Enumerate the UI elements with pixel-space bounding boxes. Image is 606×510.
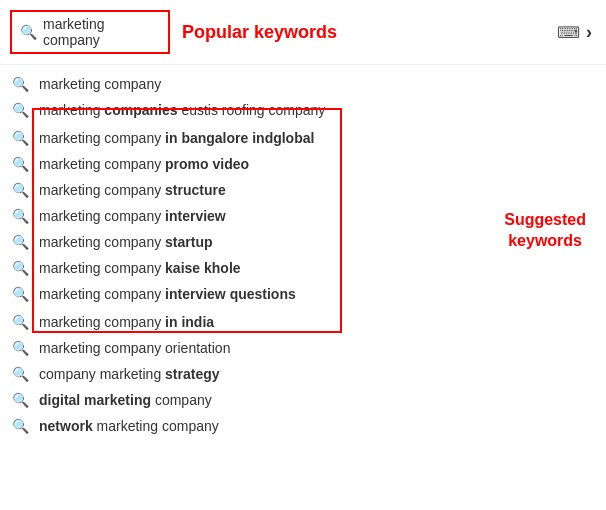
search-icon: 🔍 — [12, 366, 29, 382]
list-item[interactable]: 🔍 marketing company in bangalore indglob… — [0, 123, 606, 151]
list-item[interactable]: 🔍 marketing company in india — [0, 309, 606, 335]
suggested-keywords-label: Suggested keywords — [504, 210, 586, 252]
list-item[interactable]: 🔍 marketing company interview questions — [0, 281, 606, 309]
search-icon: 🔍 — [12, 340, 29, 356]
list-item[interactable]: 🔍 network marketing company — [0, 413, 606, 439]
search-icon: 🔍 — [12, 260, 29, 276]
search-icon: 🔍 — [12, 156, 29, 172]
header-icons: ⌨ › — [557, 22, 592, 43]
search-icon: 🔍 — [12, 208, 29, 224]
list-item[interactable]: 🔍 marketing company — [0, 71, 606, 97]
list-item[interactable]: 🔍 marketing company promo video — [0, 151, 606, 177]
search-icon: 🔍 — [12, 182, 29, 198]
search-icon-header: 🔍 — [20, 24, 37, 40]
list-item[interactable]: 🔍 marketing company orientation — [0, 335, 606, 361]
search-box[interactable]: 🔍 marketing company — [10, 10, 170, 54]
suggestion-text: marketing company startup — [39, 234, 213, 250]
popular-keywords-title: Popular keywords — [182, 22, 545, 43]
suggestion-text: marketing company kaise khole — [39, 260, 241, 276]
suggestions-container: 🔍 marketing company 🔍 marketing companie… — [0, 65, 606, 445]
suggestion-text: marketing company — [39, 76, 161, 92]
search-icon: 🔍 — [12, 392, 29, 408]
suggestion-text: network marketing company — [39, 418, 219, 434]
list-item[interactable]: 🔍 marketing companies eustis roofing com… — [0, 97, 606, 123]
search-icon: 🔍 — [12, 76, 29, 92]
search-icon: 🔍 — [12, 234, 29, 250]
suggestion-text: marketing company interview — [39, 208, 226, 224]
search-icon: 🔍 — [12, 102, 29, 118]
suggestion-text: company marketing strategy — [39, 366, 220, 382]
suggestion-text: marketing companies eustis roofing compa… — [39, 102, 325, 118]
suggestion-text: marketing company promo video — [39, 156, 249, 172]
header: 🔍 marketing company Popular keywords ⌨ › — [0, 0, 606, 65]
suggestion-text: digital marketing company — [39, 392, 212, 408]
suggestion-text: marketing company structure — [39, 182, 226, 198]
suggestion-text: marketing company in india — [39, 314, 214, 330]
list-item[interactable]: 🔍 marketing company kaise khole — [0, 255, 606, 281]
keyboard-icon[interactable]: ⌨ — [557, 23, 580, 42]
chevron-right-icon[interactable]: › — [586, 22, 592, 43]
search-icon: 🔍 — [12, 314, 29, 330]
suggestion-text: marketing company in bangalore indglobal — [39, 130, 314, 146]
search-icon: 🔍 — [12, 130, 29, 146]
list-item[interactable]: 🔍 digital marketing company — [0, 387, 606, 413]
list-item[interactable]: 🔍 marketing company structure — [0, 177, 606, 203]
suggestion-text: marketing company orientation — [39, 340, 230, 356]
search-input-value: marketing company — [43, 16, 160, 48]
search-icon: 🔍 — [12, 418, 29, 434]
search-icon: 🔍 — [12, 286, 29, 302]
list-item[interactable]: 🔍 company marketing strategy — [0, 361, 606, 387]
suggestion-text: marketing company interview questions — [39, 286, 296, 302]
